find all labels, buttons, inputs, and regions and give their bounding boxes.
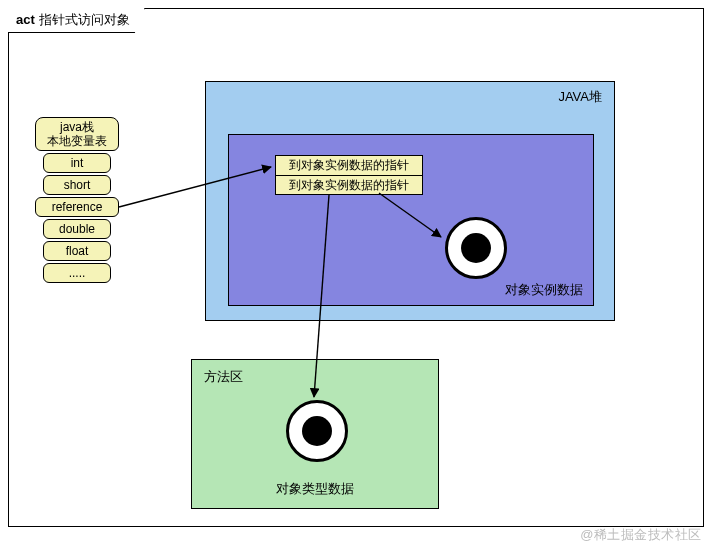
title-text: 指针式访问对象 bbox=[39, 12, 130, 27]
title-prefix: act bbox=[16, 12, 35, 27]
diagram-title: act指针式访问对象 bbox=[8, 8, 145, 33]
java-heap-label: JAVA堆 bbox=[558, 88, 602, 106]
stack-header: java栈 本地变量表 bbox=[35, 117, 119, 151]
object-type-icon bbox=[286, 400, 348, 462]
bullseye-icon bbox=[461, 233, 491, 263]
pointer-row-1: 到对象实例数据的指针 bbox=[276, 156, 422, 176]
pointer-table: 到对象实例数据的指针 到对象实例数据的指针 bbox=[275, 155, 423, 195]
stack-item-short: short bbox=[43, 175, 111, 195]
stack-header-line2: 本地变量表 bbox=[47, 134, 107, 148]
stack-item-reference: reference bbox=[35, 197, 119, 217]
method-area-label: 方法区 bbox=[204, 368, 243, 386]
bullseye-icon bbox=[302, 416, 332, 446]
object-instance-icon bbox=[445, 217, 507, 279]
method-area: 方法区 对象类型数据 bbox=[191, 359, 439, 509]
watermark: @稀土掘金技术社区 bbox=[580, 526, 702, 544]
method-area-caption: 对象类型数据 bbox=[192, 480, 438, 498]
stack-item-float: float bbox=[43, 241, 111, 261]
pointer-row-2: 到对象实例数据的指针 bbox=[276, 176, 422, 195]
diagram-frame: act指针式访问对象 java栈 本地变量表 int short referen… bbox=[8, 8, 704, 527]
stack-item-more: ..... bbox=[43, 263, 111, 283]
object-instance-area: 对象实例数据 到对象实例数据的指针 到对象实例数据的指针 bbox=[228, 134, 594, 306]
object-instance-label: 对象实例数据 bbox=[505, 281, 583, 299]
stack-item-int: int bbox=[43, 153, 111, 173]
java-heap: JAVA堆 对象实例数据 到对象实例数据的指针 到对象实例数据的指针 bbox=[205, 81, 615, 321]
stack-header-line1: java栈 bbox=[60, 120, 94, 134]
stack-item-double: double bbox=[43, 219, 111, 239]
